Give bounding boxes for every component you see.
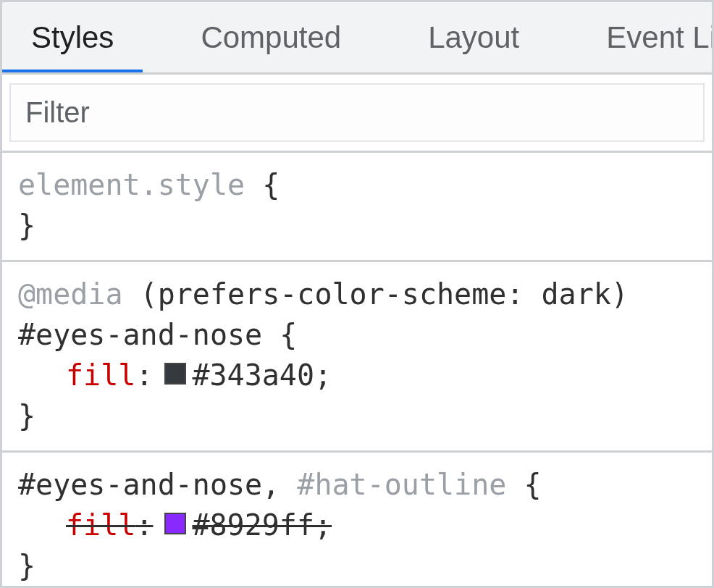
rule-block[interactable]: @media (prefers-color-scheme: dark) #eye… — [2, 262, 712, 453]
colon: : — [135, 505, 153, 545]
filter-row — [2, 75, 712, 153]
media-condition[interactable]: (prefers-color-scheme: dark) — [140, 277, 629, 311]
property-name[interactable]: fill — [66, 355, 135, 395]
semicolon: ; — [314, 355, 332, 395]
media-query-line: @media (prefers-color-scheme: dark) — [18, 274, 696, 314]
property-value[interactable]: #8929ff — [192, 505, 314, 545]
at-rule-keyword[interactable]: @media — [18, 277, 123, 311]
rule-selector-part[interactable]: #hat-outline — [297, 468, 506, 501]
color-swatch-icon[interactable] — [164, 363, 186, 385]
rule-selector-part[interactable]: #eyes-and-nose — [18, 468, 262, 501]
tab-label: Layout — [428, 20, 519, 55]
close-brace: } — [18, 395, 696, 436]
rule-selector[interactable]: element.style — [18, 168, 245, 201]
tab-label: Styles — [31, 20, 114, 55]
open-brace: { — [245, 168, 280, 201]
declaration[interactable]: fill: #8929ff; — [18, 505, 696, 545]
colon: : — [135, 355, 153, 395]
styles-panel: Styles Computed Layout Event Listeners e… — [0, 0, 714, 588]
filter-input[interactable] — [9, 83, 705, 142]
property-name[interactable]: fill — [66, 505, 135, 545]
rule-selector-line: #eyes-and-nose, #hat-outline { — [18, 464, 696, 505]
rules-list: element.style { } @media (prefers-color-… — [2, 153, 712, 586]
tab-label: Computed — [201, 20, 341, 55]
tab-layout[interactable]: Layout — [399, 2, 548, 72]
declaration[interactable]: fill: #343a40; — [18, 355, 696, 395]
tab-computed[interactable]: Computed — [172, 2, 370, 72]
rule-block[interactable]: element.style { } — [2, 153, 712, 262]
open-brace: { — [506, 468, 541, 501]
close-brace: } — [18, 545, 696, 586]
rule-selector-line: element.style { — [18, 164, 696, 205]
color-swatch-icon[interactable] — [164, 513, 186, 534]
rule-selector[interactable]: #eyes-and-nose — [18, 318, 262, 351]
rule-selector-line: #eyes-and-nose { — [18, 314, 696, 355]
semicolon: ; — [314, 505, 332, 545]
tab-label: Event Listeners — [606, 20, 712, 55]
close-brace: } — [18, 205, 696, 245]
overridden-declaration: fill: #8929ff; — [66, 505, 332, 545]
tab-styles[interactable]: Styles — [2, 2, 143, 72]
property-value[interactable]: #343a40 — [192, 355, 314, 395]
selector-separator: , — [262, 468, 297, 501]
tab-event-listeners[interactable]: Event Listeners — [577, 2, 712, 72]
rule-block[interactable]: #eyes-and-nose, #hat-outline { fill: #89… — [2, 453, 712, 586]
open-brace: { — [262, 318, 297, 351]
tab-bar: Styles Computed Layout Event Listeners — [2, 2, 712, 75]
